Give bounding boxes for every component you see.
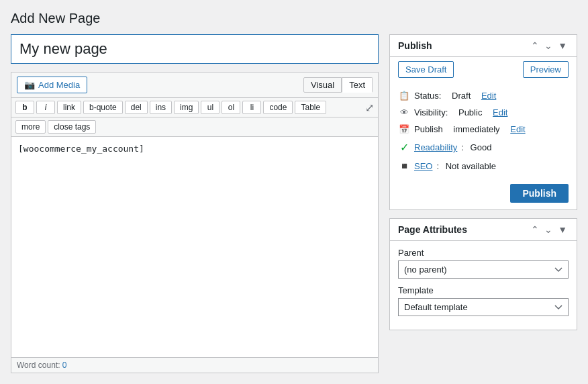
fmt-ul[interactable]: ul — [201, 101, 219, 114]
status-value: Draft — [452, 91, 471, 101]
seo-row: ◾ SEO: Not available — [398, 157, 569, 175]
visibility-row: 👁 Visibility: Public Edit — [398, 104, 569, 121]
expand-icon[interactable]: ⤢ — [365, 101, 374, 114]
status-edit-link[interactable]: Edit — [481, 91, 496, 101]
fmt-ol[interactable]: ol — [222, 101, 240, 114]
editor-tabs: Visual Text — [303, 77, 373, 93]
fmt-li[interactable]: li — [242, 101, 261, 114]
add-media-button[interactable]: 📷 Add Media — [17, 77, 87, 93]
page-attributes-header: Page Attributes ⌃ ⌄ ▼ — [390, 219, 577, 241]
visibility-icon: 👁 — [398, 107, 410, 117]
publish-box-header: Publish ⌃ ⌄ ▼ — [390, 35, 577, 57]
add-media-label: Add Media — [38, 80, 80, 90]
format-toolbar: b i link b-quote del ins img ul ol li co… — [11, 98, 378, 117]
readability-icon: ✓ — [398, 141, 410, 154]
publish-box: Publish ⌃ ⌄ ▼ Save Draft Preview 📋 — [389, 34, 577, 210]
tab-text[interactable]: Text — [342, 77, 373, 93]
parent-field: Parent (no parent) Home About — [398, 248, 569, 279]
editor-content-text: [woocommerce_my_account] — [18, 144, 144, 154]
publish-meta-body: 📋 Status: Draft Edit 👁 Visibility: Publi… — [390, 81, 577, 181]
template-select[interactable]: Default template Full Width Sidebar — [398, 298, 569, 316]
page-attributes-title: Page Attributes — [398, 224, 530, 235]
publish-btn-row: Publish — [390, 181, 577, 209]
visibility-label: Visibility: — [414, 107, 448, 117]
right-sidebar: Publish ⌃ ⌄ ▼ Save Draft Preview 📋 — [389, 34, 577, 373]
template-field: Template Default template Full Width Sid… — [398, 285, 569, 316]
fmt-link[interactable]: link — [57, 101, 81, 114]
publish-collapse-down[interactable]: ⌄ — [543, 41, 554, 50]
editor-footer: Word count: 0 — [11, 357, 378, 373]
fmt-table[interactable]: Table — [295, 101, 326, 114]
fmt-close-tags[interactable]: close tags — [48, 120, 96, 134]
word-count-label: Word count: — [17, 361, 60, 370]
readability-value: Good — [471, 142, 492, 152]
editor-content[interactable]: [woocommerce_my_account] — [11, 137, 378, 357]
publish-close[interactable]: ▼ — [556, 41, 569, 50]
page-title-input[interactable] — [11, 34, 379, 64]
parent-label: Parent — [398, 248, 569, 258]
fmt-italic[interactable]: i — [36, 101, 55, 114]
seo-link[interactable]: SEO — [414, 161, 432, 171]
readability-row: ✓ Readability: Good — [398, 138, 569, 157]
fmt-code[interactable]: code — [263, 101, 293, 114]
visibility-edit-link[interactable]: Edit — [493, 107, 507, 117]
publish-collapse-up[interactable]: ⌃ — [530, 41, 540, 50]
tab-visual[interactable]: Visual — [303, 77, 342, 93]
readability-link[interactable]: Readability — [414, 142, 457, 152]
attr-collapse-up[interactable]: ⌃ — [530, 225, 540, 234]
calendar-icon: 📅 — [398, 124, 410, 134]
page-attributes-controls: ⌃ ⌄ ▼ — [530, 225, 569, 234]
publish-box-title: Publish — [398, 40, 530, 51]
preview-button[interactable]: Preview — [523, 61, 569, 78]
word-count-value: 0 — [62, 361, 67, 370]
draft-actions: Save Draft Preview — [390, 57, 577, 81]
seo-value: Not available — [446, 161, 496, 171]
visibility-value: Public — [458, 107, 482, 117]
page-attributes-box: Page Attributes ⌃ ⌄ ▼ Parent (no parent)… — [389, 218, 577, 330]
add-media-icon: 📷 — [24, 80, 35, 90]
fmt-more[interactable]: more — [15, 120, 46, 134]
editor-area: 📷 Add Media Visual Text b i link b-quote… — [11, 72, 379, 373]
fmt-img[interactable]: img — [174, 101, 199, 114]
fmt-bquote[interactable]: b-quote — [83, 101, 123, 114]
page-title: Add New Page — [11, 11, 577, 26]
format-toolbar-row2: more close tags — [11, 117, 378, 137]
publish-time-edit-link[interactable]: Edit — [510, 124, 525, 134]
publish-time-value: immediately — [453, 124, 499, 134]
status-row: 📋 Status: Draft Edit — [398, 87, 569, 104]
attr-collapse-down[interactable]: ⌄ — [543, 225, 554, 234]
editor-top-toolbar: 📷 Add Media Visual Text — [11, 73, 378, 98]
parent-select[interactable]: (no parent) Home About — [398, 260, 569, 279]
seo-icon: ◾ — [398, 160, 410, 171]
fmt-ins[interactable]: ins — [150, 101, 172, 114]
fmt-del[interactable]: del — [125, 101, 148, 114]
publish-box-controls: ⌃ ⌄ ▼ — [530, 41, 569, 50]
editor-column: 📷 Add Media Visual Text b i link b-quote… — [11, 34, 379, 373]
publish-button[interactable]: Publish — [510, 184, 569, 203]
fmt-bold[interactable]: b — [15, 101, 34, 114]
page-attributes-body: Parent (no parent) Home About Template D… — [390, 241, 577, 330]
publish-time-label: Publish — [414, 124, 443, 134]
status-label: Status: — [414, 91, 441, 101]
attr-close[interactable]: ▼ — [556, 225, 569, 234]
publish-time-row: 📅 Publish immediately Edit — [398, 121, 569, 138]
status-icon: 📋 — [398, 91, 410, 101]
template-label: Template — [398, 285, 569, 295]
save-draft-button[interactable]: Save Draft — [398, 61, 454, 78]
